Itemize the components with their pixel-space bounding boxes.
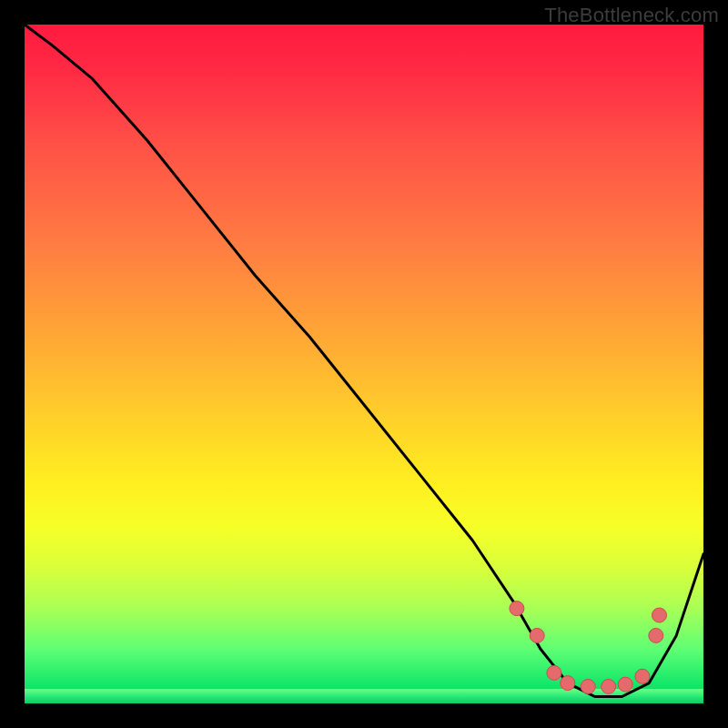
valley-marker xyxy=(530,628,544,642)
valley-marker xyxy=(618,677,632,692)
valley-marker xyxy=(602,679,616,693)
watermark-text: TheBottleneck.com xyxy=(544,4,719,27)
valley-marker xyxy=(649,628,663,642)
valley-marker xyxy=(652,608,667,622)
valley-marker xyxy=(561,676,575,691)
valley-marker xyxy=(635,669,650,683)
plot-area xyxy=(25,25,703,703)
chart-frame: TheBottleneck.com xyxy=(0,0,728,728)
bottleneck-curve xyxy=(25,25,703,703)
curve-path xyxy=(25,25,703,697)
valley-marker xyxy=(581,679,595,693)
valley-marker xyxy=(547,665,561,680)
valley-marker xyxy=(510,602,524,616)
